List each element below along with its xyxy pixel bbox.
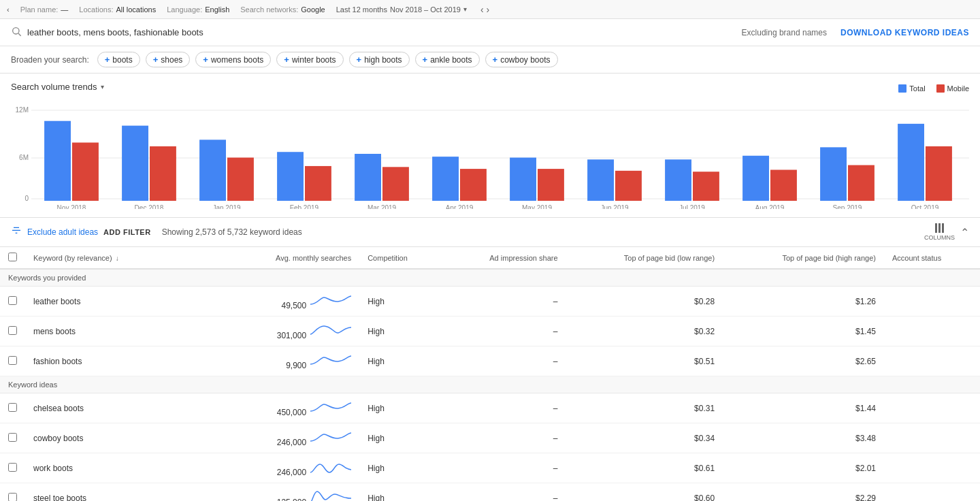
avg-monthly-cell: 450,000	[225, 393, 359, 423]
row-checkbox[interactable]	[8, 296, 17, 305]
legend-total-color	[898, 84, 906, 93]
bid-high-cell: $2.01	[723, 453, 884, 483]
select-all-checkbox[interactable]	[8, 253, 17, 261]
keyword-header[interactable]: Keyword (by relevance) ↓	[25, 247, 225, 269]
keyword-cell: steel toe boots	[25, 483, 225, 502]
svg-text:Sep 2019: Sep 2019	[833, 204, 862, 209]
account-status-header[interactable]: Account status	[884, 247, 980, 269]
svg-rect-9	[72, 142, 99, 201]
broaden-chip-high-boots[interactable]: + high boots	[349, 52, 410, 67]
download-keyword-ideas-button[interactable]: DOWNLOAD KEYWORD IDEAS	[840, 28, 969, 37]
svg-rect-23	[432, 157, 459, 201]
broaden-chip-shoes[interactable]: + shoes	[146, 52, 191, 67]
broaden-search-area: Broaden your search: + boots + shoes + w…	[0, 46, 980, 74]
svg-text:Jan 2019: Jan 2019	[212, 204, 241, 209]
row-checkbox[interactable]	[8, 326, 17, 335]
svg-rect-26	[510, 158, 536, 201]
next-date-arrow[interactable]: ›	[487, 4, 490, 15]
back-arrow[interactable]: ‹	[7, 5, 10, 14]
bid-low-cell: $0.28	[566, 287, 723, 317]
bid-low-cell: $0.31	[566, 393, 723, 423]
bar-chart: 12M 6M 0 Nov 2018Dec 2018Jan 2019Feb 201…	[11, 100, 969, 209]
bid-high-cell: $1.45	[723, 317, 884, 346]
collapse-button[interactable]: ⌃	[960, 226, 969, 239]
account-status-cell	[884, 483, 980, 502]
avg-monthly-cell: 135,000	[225, 483, 359, 502]
top-bid-low-header[interactable]: Top of page bid (low range)	[566, 247, 723, 269]
add-filter-button[interactable]: ADD FILTER	[103, 228, 151, 236]
language: Language: English	[167, 5, 229, 14]
provided-section-label: Keywords you provided	[0, 269, 980, 287]
bid-low-cell: $0.51	[566, 346, 723, 376]
svg-text:Jul 2019: Jul 2019	[679, 204, 705, 209]
svg-rect-18	[305, 166, 331, 201]
ad-share-cell: –	[442, 287, 566, 317]
keyword-cell: mens boots	[25, 317, 225, 346]
svg-rect-24	[460, 169, 487, 201]
table-header-row: Keyword (by relevance) ↓ Avg. monthly se…	[0, 247, 980, 269]
search-area: Excluding brand names DOWNLOAD KEYWORD I…	[0, 19, 980, 46]
svg-rect-35	[742, 156, 769, 201]
bid-low-cell: $0.61	[566, 453, 723, 483]
row-checkbox-cell[interactable]	[0, 393, 25, 423]
svg-text:6M: 6M	[19, 154, 29, 161]
svg-text:May 2019: May 2019	[522, 204, 552, 209]
select-all-header[interactable]	[0, 247, 25, 269]
svg-text:Feb 2019: Feb 2019	[290, 204, 319, 209]
row-checkbox[interactable]	[8, 493, 17, 502]
broaden-chip-ankle-boots[interactable]: + ankle boots	[415, 52, 480, 67]
ad-impression-header[interactable]: Ad impression share	[442, 247, 566, 269]
date-range[interactable]: Last 12 months Nov 2018 – Oct 2019 ▾	[336, 5, 467, 14]
svg-text:0: 0	[24, 195, 29, 202]
table-row: cowboy boots 246,000 High – $0.34 $3.48	[0, 423, 980, 453]
broaden-chip-womens-boots[interactable]: + womens boots	[195, 52, 271, 67]
row-checkbox-cell[interactable]	[0, 423, 25, 453]
filter-bar: Exclude adult ideas ADD FILTER Showing 2…	[0, 218, 980, 247]
plan-name: Plan name: —	[20, 5, 69, 14]
row-checkbox-cell[interactable]	[0, 317, 25, 346]
prev-date-arrow[interactable]: ‹	[480, 4, 484, 15]
competition-header[interactable]: Competition	[359, 247, 442, 269]
keyword-cell: fashion boots	[25, 346, 225, 376]
account-status-cell	[884, 346, 980, 376]
top-bid-high-header[interactable]: Top of page bid (high range)	[723, 247, 884, 269]
ad-share-cell: –	[442, 483, 566, 502]
ad-share-cell: –	[442, 453, 566, 483]
bid-low-cell: $0.32	[566, 317, 723, 346]
account-status-cell	[884, 287, 980, 317]
broaden-label: Broaden your search:	[11, 55, 89, 65]
competition-cell: High	[359, 393, 442, 423]
competition-cell: High	[359, 317, 442, 346]
columns-button[interactable]: COLUMNS	[924, 223, 955, 241]
bid-high-cell: $1.44	[723, 393, 884, 423]
broaden-chip-boots[interactable]: + boots	[97, 52, 140, 67]
row-checkbox-cell[interactable]	[0, 346, 25, 376]
svg-rect-12	[150, 146, 176, 201]
row-checkbox[interactable]	[8, 463, 17, 472]
table-row: work boots 246,000 High – $0.61 $2.01	[0, 453, 980, 483]
account-status-cell	[884, 453, 980, 483]
competition-cell: High	[359, 287, 442, 317]
svg-rect-36	[770, 169, 797, 201]
exclude-adult-ideas-button[interactable]: Exclude adult ideas	[27, 227, 98, 237]
svg-rect-33	[693, 172, 719, 201]
keyword-search-input[interactable]	[27, 27, 742, 37]
row-checkbox[interactable]	[8, 356, 17, 365]
broaden-chip-cowboy-boots[interactable]: + cowboy boots	[485, 52, 558, 67]
row-checkbox-cell[interactable]	[0, 287, 25, 317]
row-checkbox[interactable]	[8, 403, 17, 412]
row-checkbox-cell[interactable]	[0, 483, 25, 502]
row-checkbox[interactable]	[8, 433, 17, 442]
bid-low-cell: $0.60	[566, 483, 723, 502]
broaden-chip-winter-boots[interactable]: + winter boots	[276, 52, 343, 67]
svg-rect-39	[848, 165, 875, 201]
bid-high-cell: $1.26	[723, 287, 884, 317]
svg-text:12M: 12M	[16, 106, 29, 114]
chart-title[interactable]: Search volume trends ▾	[11, 82, 104, 92]
row-checkbox-cell[interactable]	[0, 453, 25, 483]
exclude-brand-label: Excluding brand names	[742, 28, 827, 37]
showing-count-text: Showing 2,573 of 5,732 keyword ideas	[162, 227, 302, 237]
avg-monthly-header[interactable]: Avg. monthly searches	[225, 247, 359, 269]
bid-high-cell: $2.29	[723, 483, 884, 502]
svg-text:Aug 2019: Aug 2019	[755, 204, 785, 209]
